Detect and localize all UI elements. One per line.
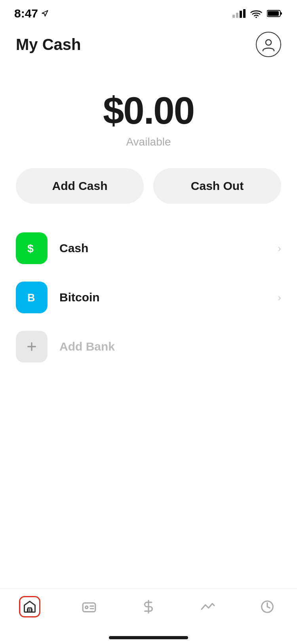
nav-item-card[interactable]: [69, 596, 109, 617]
clock-nav-icon: [257, 596, 278, 617]
status-icons: [232, 9, 283, 18]
balance-label: Available: [126, 136, 171, 148]
nav-item-dollar[interactable]: [129, 596, 168, 617]
card-nav-icon: [78, 596, 100, 617]
plus-icon: [25, 340, 38, 353]
cash-chevron-icon: ›: [278, 242, 281, 255]
status-time: 8:47: [14, 7, 48, 20]
bitcoin-b-icon: B: [24, 290, 39, 305]
list-item-cash[interactable]: $ Cash ›: [16, 224, 281, 273]
nav-item-activity[interactable]: [188, 596, 228, 617]
status-bar: 8:47: [0, 0, 297, 24]
wifi-icon: [250, 9, 262, 18]
page-title: My Cash: [16, 36, 81, 54]
battery-icon: [267, 9, 283, 18]
svg-rect-3: [280, 12, 282, 15]
svg-text:$: $: [27, 242, 34, 255]
list-item-bitcoin[interactable]: B Bitcoin ›: [16, 273, 281, 322]
time-display: 8:47: [14, 7, 38, 20]
balance-amount: $0.00: [103, 89, 194, 132]
add-bank-label: Add Bank: [59, 340, 281, 353]
bitcoin-chevron-icon: ›: [278, 291, 281, 304]
dollar-sign-icon: $: [24, 241, 39, 256]
add-cash-button[interactable]: Add Cash: [16, 168, 144, 204]
nav-item-home[interactable]: [10, 596, 50, 617]
action-buttons: Add Cash Cash Out: [0, 168, 297, 204]
svg-point-5: [266, 40, 271, 45]
home-nav-icon: [19, 596, 40, 617]
activity-nav-icon: [197, 596, 219, 617]
svg-point-17: [86, 606, 88, 608]
profile-button[interactable]: [256, 32, 281, 57]
nav-item-clock[interactable]: [248, 596, 287, 617]
svg-rect-4: [268, 11, 279, 16]
svg-point-1: [255, 17, 257, 18]
cash-label: Cash: [59, 242, 278, 255]
bitcoin-label: Bitcoin: [59, 291, 278, 304]
bitcoin-icon-bg: B: [16, 282, 48, 313]
header: My Cash: [0, 24, 297, 65]
bottom-nav: [0, 588, 297, 644]
svg-marker-0: [42, 11, 48, 16]
list-item-add-bank[interactable]: Add Bank: [16, 322, 281, 371]
add-bank-icon-bg: [16, 331, 48, 362]
cash-out-button[interactable]: Cash Out: [153, 168, 281, 204]
list-section: $ Cash › B Bitcoin › Add Bank: [0, 224, 297, 371]
location-arrow-icon: [41, 10, 48, 17]
signal-icon: [232, 9, 246, 18]
home-indicator: [109, 636, 188, 639]
profile-icon: [261, 37, 276, 52]
cash-icon-bg: $: [16, 232, 48, 264]
dollar-nav-icon: [138, 596, 159, 617]
balance-section: $0.00 Available: [0, 65, 297, 168]
svg-text:B: B: [27, 292, 35, 304]
